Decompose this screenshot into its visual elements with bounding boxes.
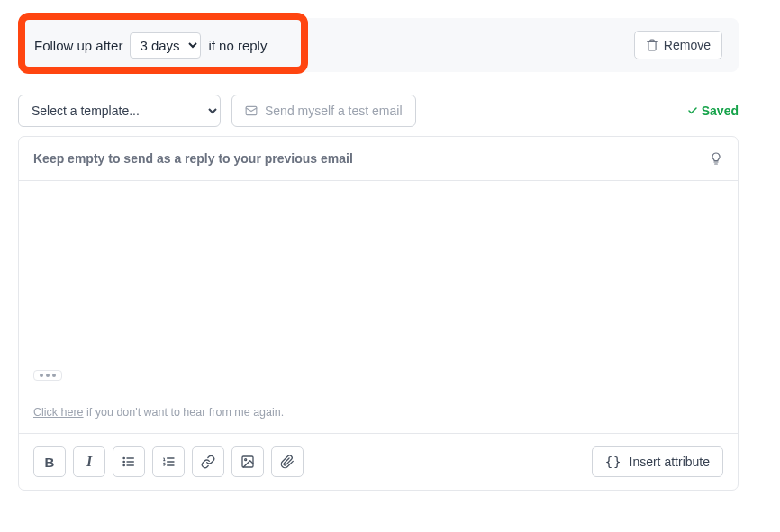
ordered-list-icon	[161, 455, 176, 469]
svg-point-6	[123, 464, 124, 465]
subject-row	[19, 137, 738, 181]
saved-indicator: Saved	[687, 104, 739, 118]
insert-attribute-button[interactable]: {} Insert attribute	[592, 446, 723, 477]
subject-input[interactable]	[33, 151, 709, 166]
paperclip-icon	[280, 455, 295, 469]
remove-button[interactable]: Remove	[634, 31, 722, 59]
envelope-icon	[245, 104, 258, 117]
check-icon	[687, 105, 698, 116]
ordered-list-button[interactable]	[152, 446, 185, 477]
editor-body[interactable]: Click here if you don't want to hear fro…	[19, 181, 738, 433]
followup-bar: Follow up after 3 days if no reply Remov…	[18, 18, 739, 72]
svg-point-4	[123, 457, 124, 458]
ellipsis-icon[interactable]	[33, 370, 62, 381]
insert-attribute-label: Insert attribute	[630, 455, 711, 469]
followup-after-text: if no reply	[208, 38, 267, 53]
followup-before-text: Follow up after	[34, 38, 122, 53]
image-button[interactable]	[231, 446, 264, 477]
braces-icon: {}	[605, 455, 622, 469]
bullet-list-button[interactable]	[113, 446, 145, 477]
unsubscribe-line: Click here if you don't want to hear fro…	[33, 406, 723, 419]
image-icon	[240, 455, 255, 469]
followup-delay-select[interactable]: 3 days	[130, 32, 201, 59]
editor-box: Click here if you don't want to hear fro…	[18, 136, 739, 491]
send-test-email-label: Send myself a test email	[265, 104, 403, 118]
svg-point-5	[123, 461, 124, 462]
unsubscribe-text: if you don't want to hear from me again.	[84, 406, 285, 419]
unsubscribe-link[interactable]: Click here	[33, 406, 84, 419]
saved-label: Saved	[702, 104, 739, 118]
italic-button[interactable]: I	[73, 446, 105, 477]
followup-condition: Follow up after 3 days if no reply	[34, 32, 267, 59]
editor-toolbar: B I {} Insert att	[19, 433, 738, 490]
template-row: Select a template... Send myself a test …	[18, 95, 739, 127]
bullet-list-icon	[122, 455, 136, 469]
link-button[interactable]	[192, 446, 224, 477]
link-icon	[201, 455, 215, 469]
trash-icon	[646, 39, 658, 51]
lightbulb-icon[interactable]	[709, 151, 723, 166]
svg-point-11	[245, 459, 247, 461]
send-test-email-button[interactable]: Send myself a test email	[231, 95, 416, 127]
bold-button[interactable]: B	[33, 446, 66, 477]
remove-label: Remove	[664, 38, 711, 52]
template-select[interactable]: Select a template...	[18, 95, 221, 127]
attachment-button[interactable]	[271, 446, 304, 477]
